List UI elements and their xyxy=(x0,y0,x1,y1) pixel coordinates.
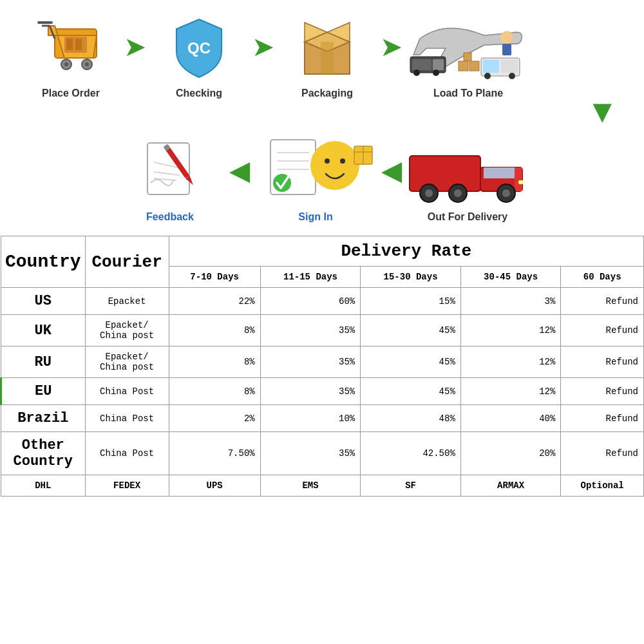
data-cell: 15% xyxy=(361,288,461,315)
arrow-1: ➤ xyxy=(124,31,146,62)
table-row: UKEpacket/ China post8%35%45%12%Refund xyxy=(1,315,644,346)
data-cell: 8% xyxy=(169,315,260,346)
qc-icon: QC xyxy=(160,13,238,84)
svg-rect-15 xyxy=(321,42,334,74)
courier-cell: Epacket/ China post xyxy=(85,346,169,378)
svg-rect-25 xyxy=(459,61,468,71)
courier-cell: Epacket xyxy=(85,288,169,315)
load-to-plane-label: Load To Plane xyxy=(433,88,503,99)
bottom-cell: UPS xyxy=(169,475,260,497)
flow-item-place-order: Place Order xyxy=(19,13,122,99)
svg-point-58 xyxy=(454,189,462,197)
svg-rect-26 xyxy=(469,61,479,71)
svg-point-22 xyxy=(433,70,439,76)
arrow-left-1: ◀ xyxy=(229,155,250,186)
data-cell: 10% xyxy=(260,405,361,432)
data-cell: Refund xyxy=(561,346,644,378)
data-cell: Refund xyxy=(561,405,644,432)
table-row: USEpacket22%60%15%3%Refund xyxy=(1,288,644,315)
data-cell: 45% xyxy=(361,346,461,378)
bottom-cell: Optional xyxy=(561,475,644,497)
data-cell: 22% xyxy=(169,288,260,315)
flow-item-out-for-delivery: Out For Delivery xyxy=(403,137,532,223)
data-cell: 45% xyxy=(361,315,461,346)
day-header-3: 15-30 Days xyxy=(361,267,461,288)
flow-item-load-to-plane: Load To Plane xyxy=(404,13,533,99)
flow-item-sign-in: Sign In xyxy=(251,137,380,223)
data-cell: 42.50% xyxy=(361,432,461,475)
svg-point-6 xyxy=(64,62,68,66)
data-cell: 35% xyxy=(260,432,361,475)
courier-cell: China Post xyxy=(85,378,169,405)
svg-rect-30 xyxy=(501,60,518,73)
svg-point-45 xyxy=(310,141,359,190)
data-cell: 60% xyxy=(260,288,361,315)
data-cell: Refund xyxy=(561,288,644,315)
feedback-label: Feedback xyxy=(146,211,194,223)
svg-point-23 xyxy=(500,31,513,44)
arrow-3: ➤ xyxy=(380,31,402,62)
feedback-icon xyxy=(138,137,202,207)
svg-rect-20 xyxy=(433,59,444,70)
svg-rect-19 xyxy=(412,59,431,70)
delivery-rate-table: Country Courier Delivery Rate 7-10 Days … xyxy=(0,236,644,497)
data-cell: Refund xyxy=(561,315,644,346)
data-cell: 35% xyxy=(260,378,361,405)
svg-point-21 xyxy=(413,70,420,76)
courier-cell: China Post xyxy=(85,405,169,432)
day-header-4: 30-45 Days xyxy=(460,267,561,288)
courier-header: Courier xyxy=(85,236,169,288)
bottom-cell: SF xyxy=(361,475,461,497)
arrow-left-2: ◀ xyxy=(381,155,402,186)
table-row: Other CountryChina Post7.50%35%42.50%20%… xyxy=(1,432,644,475)
data-cell: 2% xyxy=(169,405,260,432)
svg-point-60 xyxy=(502,189,510,197)
bottom-row: DHLFEDEXUPSEMSSFARMAXOptional xyxy=(1,475,644,497)
box-icon xyxy=(289,13,366,84)
data-cell: 12% xyxy=(460,346,561,378)
sign-icon xyxy=(258,137,374,207)
bottom-cell: FEDEX xyxy=(85,475,169,497)
table-row: BrazilChina Post2%10%48%40%Refund xyxy=(1,405,644,432)
flow-row-1: Place Order ➤ QC Checking ➤ xyxy=(6,13,638,99)
svg-rect-51 xyxy=(410,156,480,191)
bottom-cell: ARMAX xyxy=(460,475,561,497)
country-cell: UK xyxy=(1,315,86,346)
table-row: RUEpacket/ China post8%35%45%12%Refund xyxy=(1,346,644,378)
country-header: Country xyxy=(1,236,86,288)
day-header-5: 60 Days xyxy=(561,267,644,288)
svg-point-31 xyxy=(484,73,491,79)
data-cell: 7.50% xyxy=(169,432,260,475)
svg-point-47 xyxy=(340,158,345,164)
day-header-1: 7-10 Days xyxy=(169,267,260,288)
country-cell: RU xyxy=(1,346,86,378)
out-for-delivery-label: Out For Delivery xyxy=(428,211,507,223)
plane-icon xyxy=(407,13,529,84)
country-cell: EU xyxy=(1,378,86,405)
flow-item-feedback: Feedback xyxy=(112,137,228,223)
flow-item-checking: QC Checking xyxy=(147,13,251,99)
svg-rect-29 xyxy=(483,60,499,73)
checking-label: Checking xyxy=(176,88,222,99)
data-cell: 12% xyxy=(460,378,561,405)
cart-icon xyxy=(32,13,109,84)
process-section: Place Order ➤ QC Checking ➤ xyxy=(0,0,644,229)
svg-rect-27 xyxy=(464,53,471,61)
svg-rect-24 xyxy=(502,44,511,55)
svg-rect-10 xyxy=(66,39,73,50)
svg-rect-61 xyxy=(518,180,524,184)
svg-text:QC: QC xyxy=(187,39,211,57)
svg-point-56 xyxy=(425,189,433,197)
data-cell: Refund xyxy=(561,432,644,475)
sign-in-label: Sign In xyxy=(298,211,332,223)
data-cell: 8% xyxy=(169,346,260,378)
table-section: Country Courier Delivery Rate 7-10 Days … xyxy=(0,236,644,497)
day-header-2: 11-15 Days xyxy=(260,267,361,288)
svg-point-32 xyxy=(509,73,515,79)
truck-icon xyxy=(406,137,529,207)
country-cell: Other Country xyxy=(1,432,86,475)
flow-item-packaging: Packaging xyxy=(276,13,379,99)
arrow-2: ➤ xyxy=(252,31,274,62)
courier-cell: Epacket/ China post xyxy=(85,315,169,346)
data-cell: 45% xyxy=(361,378,461,405)
